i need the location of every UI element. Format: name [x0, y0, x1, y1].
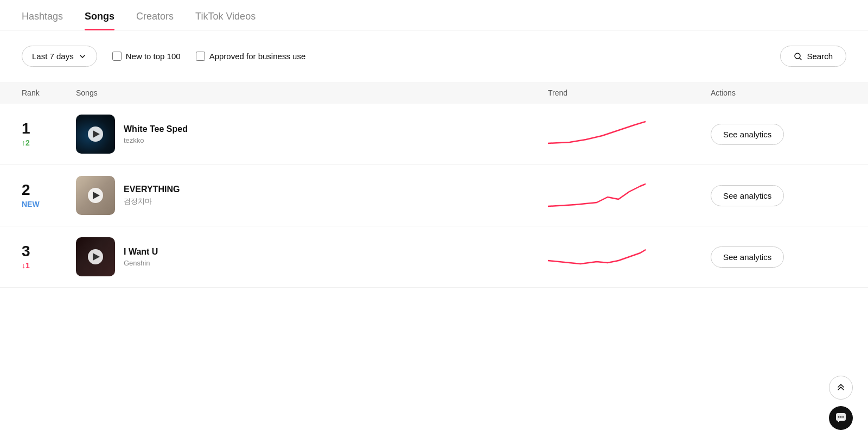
song-cell-2: EVERYTHING 검정치마 [76, 176, 548, 215]
filters-row: Last 7 days New to top 100 Approved for … [0, 30, 868, 82]
new-to-top-checkbox[interactable] [112, 52, 122, 61]
rank-cell-3: 3 ↓1 [22, 244, 76, 270]
song-title-2: EVERYTHING [124, 185, 180, 194]
song-title-3: I Want U [124, 247, 158, 257]
actions-cell-2: See analytics [711, 185, 846, 206]
trend-cell-1 [548, 115, 711, 153]
see-analytics-button-2[interactable]: See analytics [711, 185, 784, 206]
song-thumbnail-2[interactable] [76, 176, 115, 215]
new-to-top-label: New to top 100 [126, 52, 181, 61]
approved-label: Approved for business use [209, 52, 306, 61]
period-label: Last 7 days [32, 52, 74, 61]
col-trend: Trend [548, 88, 711, 97]
approved-filter[interactable]: Approved for business use [196, 52, 306, 61]
song-artist-2: 검정치마 [124, 197, 180, 206]
col-rank: Rank [22, 88, 76, 97]
tab-creators[interactable]: Creators [136, 11, 174, 30]
rank-cell-1: 1 ↑2 [22, 121, 76, 147]
rank-number-2: 2 [22, 182, 30, 198]
new-to-top-filter[interactable]: New to top 100 [112, 52, 181, 61]
table-header: Rank Songs Trend Actions [0, 82, 868, 104]
tab-tiktok-videos[interactable]: TikTok Videos [195, 11, 256, 30]
actions-cell-1: See analytics [711, 124, 846, 145]
song-artist-3: Genshin [124, 259, 158, 267]
rank-change-2: NEW [22, 200, 40, 208]
trend-cell-2 [548, 176, 711, 214]
song-thumbnail-1[interactable] [76, 115, 115, 154]
table-row: 1 ↑2 White Tee Sped tezkko See analytics [0, 104, 868, 165]
song-thumbnail-3[interactable] [76, 237, 115, 276]
rank-cell-2: 2 NEW [22, 182, 76, 208]
song-cell-3: I Want U Genshin [76, 237, 548, 276]
song-info-3: I Want U Genshin [124, 247, 158, 267]
tab-hashtags[interactable]: Hashtags [22, 11, 63, 30]
song-cell-1: White Tee Sped tezkko [76, 115, 548, 154]
table-row: 2 NEW EVERYTHING 검정치마 See analytics [0, 165, 868, 226]
tab-songs[interactable]: Songs [85, 11, 114, 30]
song-title-1: White Tee Sped [124, 124, 188, 134]
chevron-down-icon [78, 52, 87, 61]
approved-checkbox[interactable] [196, 52, 205, 61]
trend-chart-3 [548, 238, 646, 276]
table-row: 3 ↓1 I Want U Genshin See analytics [0, 226, 868, 288]
see-analytics-button-1[interactable]: See analytics [711, 124, 784, 145]
col-actions: Actions [711, 88, 846, 97]
play-icon-2[interactable] [88, 188, 103, 203]
song-artist-1: tezkko [124, 136, 188, 144]
rank-number-3: 3 [22, 244, 30, 259]
search-icon [794, 52, 802, 61]
play-icon-1[interactable] [88, 126, 103, 142]
trend-chart-2 [548, 176, 646, 214]
col-songs: Songs [76, 88, 548, 97]
song-info-1: White Tee Sped tezkko [124, 124, 188, 144]
rank-change-1: ↑2 [22, 138, 30, 147]
search-button[interactable]: Search [780, 46, 846, 67]
rank-change-3: ↓1 [22, 261, 30, 270]
see-analytics-button-3[interactable]: See analytics [711, 246, 784, 268]
period-dropdown[interactable]: Last 7 days [22, 46, 97, 67]
song-info-2: EVERYTHING 검정치마 [124, 185, 180, 206]
search-label: Search [807, 52, 833, 61]
rank-number-1: 1 [22, 121, 30, 136]
trend-chart-1 [548, 115, 646, 153]
nav-tabs: Hashtags Songs Creators TikTok Videos [0, 0, 868, 30]
play-icon-3[interactable] [88, 249, 103, 264]
actions-cell-3: See analytics [711, 246, 846, 268]
trend-cell-3 [548, 238, 711, 276]
